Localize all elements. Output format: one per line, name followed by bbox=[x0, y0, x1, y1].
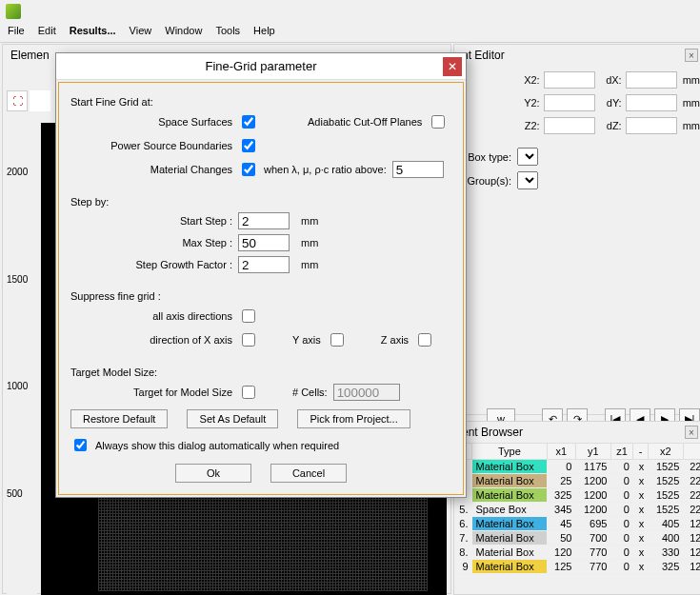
close-icon[interactable]: × bbox=[685, 49, 698, 62]
browser-table[interactable]: Typex1y1z1-x2 Material Box011750x152522M… bbox=[454, 443, 700, 574]
unit-mm: mm bbox=[683, 74, 700, 86]
menu-view[interactable]: View bbox=[130, 25, 152, 36]
fine-grid-dialog: Fine-Grid parameter ✕ Start Fine Grid at… bbox=[55, 52, 467, 498]
target-for-checkbox[interactable] bbox=[242, 386, 255, 399]
set-as-default-button[interactable]: Set As Default bbox=[187, 409, 278, 428]
when-ratio-label: when λ, μ, ρ·c ratio above: bbox=[264, 164, 387, 175]
ruler-tick: 500 bbox=[7, 488, 37, 499]
table-row[interactable]: Material Box011750x152522 bbox=[455, 460, 701, 474]
power-source-checkbox[interactable] bbox=[242, 139, 255, 152]
all-axis-label: all axis directions bbox=[70, 310, 232, 322]
start-step-field[interactable] bbox=[238, 212, 290, 229]
unit-mm: mm bbox=[683, 120, 700, 131]
cells-label: # Cells: bbox=[292, 387, 328, 398]
boxtype-combo[interactable] bbox=[517, 148, 538, 166]
y2-field[interactable] bbox=[544, 94, 595, 111]
menu-window[interactable]: Window bbox=[165, 25, 202, 36]
suppress-label: Suppress fine grid : bbox=[70, 290, 451, 302]
column-header[interactable] bbox=[683, 444, 700, 460]
y-axis-label: Y axis bbox=[292, 334, 321, 346]
y-axis-checkbox[interactable] bbox=[330, 333, 344, 347]
z2-label: Z2: bbox=[517, 120, 540, 131]
column-header[interactable]: y1 bbox=[575, 444, 610, 460]
dir-x-checkbox[interactable] bbox=[242, 333, 255, 347]
cells-field bbox=[333, 384, 400, 401]
fit-extents-button[interactable]: ⛶ bbox=[7, 90, 28, 111]
always-show-checkbox[interactable] bbox=[74, 439, 87, 451]
z2-field[interactable] bbox=[544, 117, 595, 134]
menu-results[interactable]: Results... bbox=[70, 25, 116, 36]
growth-factor-field[interactable] bbox=[238, 256, 290, 273]
pick-from-project-button[interactable]: Pick from Project... bbox=[297, 409, 410, 428]
dir-x-label: direction of X axis bbox=[70, 334, 232, 346]
step-by-label: Step by: bbox=[70, 196, 451, 208]
start-grid-label: Start Fine Grid at: bbox=[70, 96, 451, 108]
material-changes-label: Material Changes bbox=[70, 164, 232, 175]
table-row[interactable]: 7.Material Box507000x40012 bbox=[455, 531, 701, 545]
cancel-button[interactable]: Cancel bbox=[270, 464, 347, 483]
menu-file[interactable]: File bbox=[8, 25, 25, 36]
elements-title: Elemen bbox=[10, 49, 50, 62]
always-show-label: Always show this dialog automatically wh… bbox=[95, 440, 339, 451]
space-surfaces-checkbox[interactable] bbox=[242, 115, 255, 129]
element-editor-panel: nt Editor × X2: dX: mm Y2: dY: mm Z2: dZ… bbox=[453, 44, 700, 415]
material-changes-checkbox[interactable] bbox=[242, 163, 255, 176]
close-icon[interactable]: × bbox=[685, 426, 698, 439]
dz-label: dZ: bbox=[599, 120, 622, 131]
menu-edit[interactable]: Edit bbox=[38, 25, 56, 36]
x2-field[interactable] bbox=[544, 71, 595, 89]
ruler-tick: 1000 bbox=[7, 381, 37, 391]
z-axis-label: Z axis bbox=[381, 334, 409, 346]
column-header[interactable]: x2 bbox=[648, 444, 683, 460]
editor-title: nt Editor bbox=[462, 49, 505, 62]
target-size-label: Target Model Size: bbox=[70, 367, 451, 378]
column-header[interactable]: x1 bbox=[547, 444, 575, 460]
groups-label: Group(s): bbox=[460, 175, 511, 187]
x2-label: X2: bbox=[517, 74, 540, 86]
target-for-label: Target for Model Size bbox=[70, 387, 232, 398]
restore-default-button[interactable]: Restore Default bbox=[70, 409, 168, 428]
table-row[interactable]: 5.Space Box34512000x152522 bbox=[455, 503, 701, 517]
unit-mm: mm bbox=[301, 237, 318, 248]
menubar: File Edit Results... View Window Tools H… bbox=[0, 19, 700, 43]
adiabatic-label: Adiabatic Cut-Off Planes bbox=[308, 116, 422, 128]
table-row[interactable]: 6.Material Box456950x40512 bbox=[455, 517, 701, 531]
vertical-ruler: 2000 1500 1000 500 0 bbox=[7, 123, 37, 595]
tool-button[interactable] bbox=[30, 90, 50, 111]
groups-combo[interactable] bbox=[517, 171, 538, 189]
ratio-field[interactable] bbox=[392, 161, 444, 178]
menu-help[interactable]: Help bbox=[253, 25, 275, 36]
ok-button[interactable]: Ok bbox=[175, 464, 251, 483]
dz-field[interactable] bbox=[626, 117, 677, 134]
ruler-tick: 1500 bbox=[7, 273, 37, 284]
max-step-field[interactable] bbox=[238, 234, 290, 251]
start-step-label: Start Step : bbox=[70, 215, 232, 227]
dx-field[interactable] bbox=[626, 71, 677, 89]
unit-mm: mm bbox=[301, 259, 318, 270]
column-header[interactable]: - bbox=[633, 444, 648, 460]
all-axis-checkbox[interactable] bbox=[242, 309, 255, 323]
unit-mm: mm bbox=[301, 215, 318, 227]
element-browser-panel: ent Browser × Typex1y1z1-x2 Material Box… bbox=[453, 421, 700, 595]
unit-mm: mm bbox=[683, 97, 700, 109]
ruler-tick: 2000 bbox=[7, 167, 37, 177]
z-axis-checkbox[interactable] bbox=[418, 333, 431, 347]
menu-tools[interactable]: Tools bbox=[215, 25, 240, 36]
dy-field[interactable] bbox=[626, 94, 677, 111]
power-source-label: Power Source Boundaries bbox=[70, 140, 232, 151]
browser-title: ent Browser bbox=[462, 426, 523, 439]
dialog-close-button[interactable]: ✕ bbox=[443, 57, 462, 76]
max-step-label: Max Step : bbox=[70, 237, 232, 248]
adiabatic-checkbox[interactable] bbox=[431, 115, 445, 129]
dialog-title: Fine-Grid parameter bbox=[205, 59, 316, 73]
table-row[interactable]: Material Box32512000x152522 bbox=[455, 488, 701, 503]
dy-label: dY: bbox=[599, 97, 622, 109]
column-header[interactable]: Type bbox=[472, 444, 548, 460]
app-icon bbox=[6, 4, 21, 19]
column-header[interactable]: z1 bbox=[610, 444, 633, 460]
table-row[interactable]: Material Box2512000x152522 bbox=[455, 474, 701, 488]
space-surfaces-label: Space Surfaces bbox=[70, 116, 232, 128]
table-row[interactable]: 8.Material Box1207700x33012 bbox=[455, 545, 701, 560]
boxtype-label: Box type: bbox=[460, 151, 511, 163]
table-row[interactable]: 9Material Box1257700x32512 bbox=[455, 560, 701, 574]
